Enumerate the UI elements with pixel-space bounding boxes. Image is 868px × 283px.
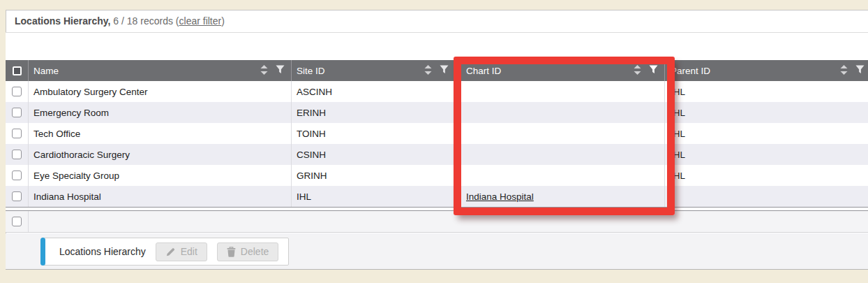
row-checkbox[interactable] (12, 108, 22, 117)
cell-site-id: ERINH (297, 108, 326, 118)
filter-icon[interactable] (440, 65, 449, 76)
cell-name: Tech Office (33, 129, 80, 139)
footer-accent-bar (40, 238, 45, 266)
table-row[interactable]: Tech Office TOINH IHL (6, 123, 868, 144)
column-header-parent-id[interactable]: Parent ID (664, 60, 868, 81)
records-count: 6 / 18 records (113, 15, 173, 27)
footer-bar: Locations Hierarchy Edit Delete (6, 233, 868, 270)
table-row[interactable]: Cardiothoracic Surgery CSINH IHL (6, 144, 868, 165)
table-body: Ambulatory Surgery Center ASCINH IHL Eme… (6, 81, 868, 207)
row-checkbox[interactable] (12, 217, 22, 226)
row-checkbox[interactable] (12, 129, 22, 138)
select-all-cell (6, 60, 28, 81)
cell-site-id: ASCINH (297, 87, 332, 97)
sort-icon[interactable] (424, 65, 432, 77)
chart-id-link[interactable]: Indiana Hospital (466, 191, 534, 202)
sort-icon[interactable] (260, 65, 268, 77)
column-label: Site ID (297, 66, 325, 76)
filter-icon[interactable] (855, 65, 865, 76)
cell-site-id: GRINH (297, 170, 327, 181)
footer-action-panel: Locations Hierarchy Edit Delete (43, 238, 289, 266)
row-checkbox[interactable] (12, 191, 22, 201)
table-row[interactable]: Eye Specialty Group GRINH IHL (6, 165, 868, 186)
filter-icon[interactable] (276, 65, 285, 76)
row-checkbox[interactable] (12, 150, 22, 159)
edit-button[interactable]: Edit (156, 242, 207, 261)
column-header-name[interactable]: Name (28, 60, 291, 81)
sort-icon[interactable] (634, 65, 641, 77)
cell-name: Indiana Hospital (33, 191, 101, 202)
delete-button[interactable]: Delete (217, 242, 278, 261)
cell-name: Cardiothoracic Surgery (33, 150, 130, 160)
clear-filter-link[interactable]: clear filter (179, 15, 222, 27)
edit-label: Edit (181, 246, 197, 257)
cell-name: Eye Specialty Group (33, 170, 119, 181)
row-checkbox[interactable] (12, 170, 22, 180)
column-label: Parent ID (671, 66, 710, 76)
pencil-icon (165, 247, 176, 257)
footer-panel-label: Locations Hierarchy (59, 246, 146, 257)
table-row[interactable]: Emergency Room ERINH IHL (6, 102, 868, 123)
page-title: Locations Hierarchy, (15, 15, 110, 27)
trash-icon (227, 247, 236, 257)
column-header-chart-id[interactable]: Chart ID (455, 60, 664, 81)
cell-site-id: IHL (297, 191, 311, 202)
delete-label: Delete (241, 246, 269, 257)
filter-icon[interactable] (649, 65, 658, 76)
toolbar: Active (6, 33, 868, 60)
empty-row (6, 211, 868, 233)
cell-parent-id: IHL (671, 87, 685, 97)
page: Locations Hierarchy, 6 / 18 records (cle… (0, 0, 868, 283)
select-all-checkbox[interactable] (13, 66, 22, 75)
cell-parent-id: IHL (671, 108, 685, 118)
table-row[interactable]: Ambulatory Surgery Center ASCINH IHL (6, 81, 868, 102)
title-bar: Locations Hierarchy, 6 / 18 records (cle… (6, 10, 868, 33)
paren-close: ) (221, 15, 225, 27)
column-header-site-id[interactable]: Site ID (291, 60, 455, 81)
column-label: Name (33, 66, 59, 76)
row-checkbox[interactable] (12, 87, 22, 96)
cell-parent-id: IHL (671, 129, 685, 139)
table-row[interactable]: Indiana Hospital IHL Indiana Hospital (6, 186, 868, 207)
sort-icon[interactable] (840, 65, 848, 77)
cell-name: Ambulatory Surgery Center (33, 87, 148, 97)
cell-site-id: TOINH (297, 129, 326, 139)
cell-name: Emergency Room (33, 108, 109, 118)
cell-parent-id: IHL (671, 170, 685, 181)
table-header: Name Site ID Chart ID Parent ID (6, 60, 868, 81)
cell-parent-id: IHL (671, 150, 685, 160)
cell-site-id: CSINH (297, 150, 326, 160)
column-label: Chart ID (466, 66, 501, 76)
